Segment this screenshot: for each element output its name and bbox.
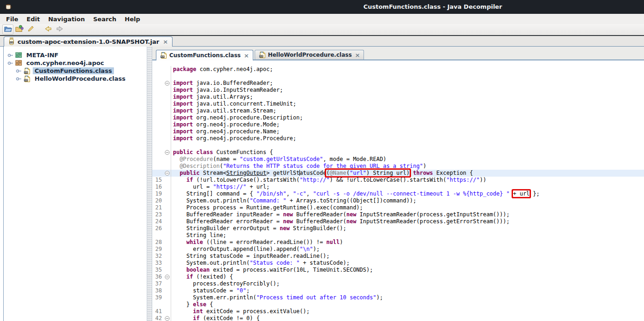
code-line	[152, 142, 644, 149]
line-number	[152, 80, 163, 87]
fold-gutter	[163, 107, 171, 114]
tree-handle-icon[interactable]	[16, 69, 24, 73]
code-text: if (!exited) {	[171, 273, 644, 280]
tree-item-helloworldprocedure-class[interactable]: 010HelloWorldProcedure.class	[4, 75, 147, 83]
code-text: if (!url.toLowerCase().startsWith("http:…	[171, 177, 644, 184]
fold-collapse-icon[interactable]	[163, 315, 171, 321]
class-file-icon: 010	[259, 51, 266, 59]
code-line: 32 String statusCode = inputReader.readL…	[152, 253, 644, 260]
tree-handle-icon[interactable]	[7, 53, 15, 58]
tab-helloworldprocedure-class[interactable]: 010HelloWorldProcedure.class×	[255, 50, 364, 59]
line-number	[152, 232, 163, 239]
line-number: 20	[152, 197, 163, 204]
line-number	[152, 73, 163, 80]
code-line: 16 url = "https://" + url;	[152, 184, 644, 190]
code-line: 37 process.destroyForcibly();	[152, 280, 644, 287]
line-number: 32	[152, 253, 163, 260]
fold-gutter	[163, 232, 171, 239]
code-line: 35 boolean exited = process.waitFor(10L,…	[152, 267, 644, 273]
line-number: 35	[152, 267, 163, 273]
line-number	[152, 142, 163, 149]
tab-customfunctions-class[interactable]: 010CustomFunctions.class×	[156, 50, 253, 60]
line-number	[152, 94, 163, 101]
code-text: String statusCode = inputReader.readLine…	[171, 253, 644, 260]
code-text: url = "https://" + url;	[171, 184, 644, 190]
back-icon	[44, 25, 52, 34]
code-text: System.out.println("Command: " + Arrays.…	[171, 197, 644, 204]
code-line: public class CustomFunctions {	[152, 149, 644, 156]
menu-item-navigation[interactable]: Navigation	[44, 15, 89, 24]
fold-collapse-icon[interactable]	[163, 273, 171, 280]
fold-gutter	[163, 190, 171, 197]
forward-button[interactable]	[54, 24, 65, 35]
fold-gutter	[163, 204, 171, 211]
code-line: import org.neo4j.procedure.Description;	[152, 114, 644, 121]
menu-item-edit[interactable]: Edit	[23, 15, 44, 24]
code-text: import java.util.stream.Stream;	[171, 107, 644, 114]
code-line: } else {	[152, 301, 644, 308]
window-title: CustomFunctions.class - Java Decompiler	[364, 3, 502, 10]
fold-collapse-icon[interactable]	[163, 80, 171, 87]
code-text: statusCode = "0";	[171, 287, 644, 294]
code-text	[171, 142, 644, 149]
open-file-button[interactable]	[2, 24, 13, 35]
tree-handle-icon[interactable]	[7, 61, 15, 65]
code-editor[interactable]: package com.cypher.neo4j.apoc;import jav…	[152, 60, 644, 321]
line-number	[152, 156, 163, 163]
fold-gutter	[163, 239, 171, 246]
close-icon[interactable]: ×	[162, 39, 168, 45]
line-number	[152, 301, 163, 308]
code-text: boolean exited = process.waitFor(10L, Ti…	[171, 267, 644, 273]
svg-text:010: 010	[10, 42, 13, 43]
fold-gutter	[163, 294, 171, 301]
fold-gutter	[163, 260, 171, 267]
line-number: 15	[152, 177, 163, 184]
code-text: String line;	[171, 232, 644, 239]
code-text: while ((line = errorReader.readLine()) !…	[171, 239, 644, 246]
code-text: public Stream<StringOutput> getUrlStatus…	[171, 170, 644, 177]
tree-item-label: HelloWorldProcedure.class	[33, 75, 127, 82]
tree-item-meta-inf[interactable]: META-INF	[4, 51, 147, 59]
search-button[interactable]	[25, 24, 36, 35]
close-icon[interactable]: ×	[354, 52, 360, 58]
fold-gutter	[163, 308, 171, 315]
close-icon[interactable]: ×	[243, 53, 249, 59]
code-text: import org.neo4j.procedure.Description;	[171, 114, 644, 121]
code-line: @Description("Returns the HTTP status co…	[152, 163, 644, 170]
code-line: public Stream<StringOutput> getUrlStatus…	[152, 170, 644, 177]
fold-gutter	[163, 73, 171, 80]
code-line: import org.neo4j.procedure.Procedure;	[152, 135, 644, 142]
code-text: import java.util.Arrays;	[171, 94, 644, 101]
line-number	[152, 107, 163, 114]
line-number: 19	[152, 190, 163, 197]
tree-item-com-cypher-neo4j-apoc[interactable]: com.cypher.neo4j.apoc	[4, 59, 147, 67]
menu-item-help[interactable]: Help	[120, 15, 144, 24]
menu-item-file[interactable]: File	[2, 15, 23, 24]
line-number: 23	[152, 211, 163, 218]
tree-item-customfunctions-class[interactable]: 010CustomFunctions.class	[4, 67, 147, 75]
fold-gutter	[163, 94, 171, 101]
line-number: 28	[152, 239, 163, 246]
tree-item-label: CustomFunctions.class	[33, 67, 114, 74]
back-button[interactable]	[42, 24, 54, 35]
menubar: FileEditNavigationSearchHelp	[0, 14, 644, 24]
annotation-highlight-box: + url	[513, 190, 530, 197]
fold-gutter	[163, 246, 171, 253]
split-divider[interactable]	[147, 47, 152, 321]
jar-tab-label: custom-apoc-extension-1.0-SNAPSHOT.jar	[18, 38, 159, 45]
code-line: import java.util.stream.Stream;	[152, 107, 644, 114]
code-line: 21 Process process = Runtime.getRuntime(…	[152, 204, 644, 211]
coffee-cup-icon	[5, 3, 12, 12]
code-line: 20 System.out.println("Command: " + Arra…	[152, 197, 644, 204]
code-text: System.err.println("Process timed out af…	[171, 294, 644, 301]
jar-tab[interactable]: 010 custom-apoc-extension-1.0-SNAPSHOT.j…	[4, 36, 173, 47]
file-tree[interactable]: META-INFcom.cypher.neo4j.apoc010CustomFu…	[4, 47, 147, 321]
tree-handle-icon[interactable]	[16, 77, 24, 81]
fold-collapse-icon[interactable]	[163, 170, 171, 177]
code-line: 23 BufferedReader inputReader = new Buff…	[152, 211, 644, 218]
menu-item-search[interactable]: Search	[89, 15, 120, 24]
fold-collapse-icon[interactable]	[163, 149, 171, 156]
fold-gutter	[163, 142, 171, 149]
code-text: import java.util.concurrent.TimeUnit;	[171, 101, 644, 107]
open-type-button[interactable]	[14, 24, 25, 35]
